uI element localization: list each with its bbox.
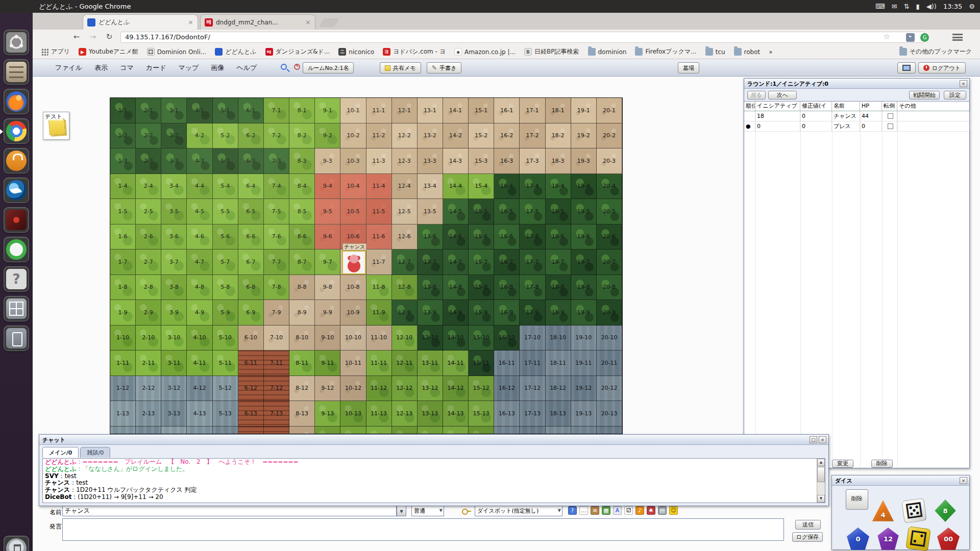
name-dropdown-button[interactable]: ▼ [397, 506, 406, 516]
dicebot-select[interactable]: ダイスボット(指定無し) [475, 506, 562, 516]
map-cell-3-5[interactable]: 3-5 [161, 199, 187, 224]
map-cell-16-3[interactable]: 16-3 [494, 148, 520, 174]
log-save-button[interactable]: ログ保存 [792, 532, 823, 542]
map-cell-17-13[interactable]: 17-13 [520, 401, 545, 427]
map-cell-17-3[interactable]: 17-3 [520, 148, 545, 174]
map-cell-2-7[interactable]: 2-7 [136, 249, 161, 275]
map-cell-9-11[interactable]: 9-11 [315, 350, 340, 376]
map-cell-10-2[interactable]: 10-2 [340, 123, 366, 149]
map-cell-5-3[interactable]: 5-3 [213, 148, 238, 174]
map-cell-10-11[interactable]: 10-11 [340, 350, 366, 376]
map-cell-6-5[interactable]: 6-5 [238, 199, 264, 224]
map-cell-4-7[interactable]: 4-7 [187, 249, 212, 275]
map-cell-3-10[interactable]: 3-10 [161, 325, 187, 351]
map-cell-9-1[interactable]: 9-1 [315, 98, 340, 123]
map-cell-14-12[interactable]: 14-12 [443, 376, 469, 402]
map-cell-13-6[interactable]: 13-6 [418, 224, 443, 250]
close-icon[interactable]: × [960, 80, 967, 87]
die-d8[interactable]: 8 [934, 499, 957, 522]
keyboard-icon[interactable]: ⌨ [875, 3, 885, 10]
map-cell-19-3[interactable]: 19-3 [571, 148, 597, 174]
map-cell-2-13[interactable]: 2-13 [136, 401, 161, 427]
map-cell-19-4[interactable]: 19-4 [571, 174, 597, 199]
map-cell-12-13[interactable]: 12-13 [392, 401, 418, 427]
map-cell-7-9[interactable]: 7-9 [264, 300, 289, 325]
map-cell-8-13[interactable]: 8-13 [289, 401, 315, 427]
dice-titlebar[interactable]: ダイス × [832, 475, 969, 486]
map-cell-8-7[interactable]: 8-7 [289, 249, 315, 275]
balloon-icon[interactable]: … [579, 506, 588, 515]
zoom-in-icon[interactable] [281, 64, 287, 70]
launcher-item-files[interactable] [4, 59, 29, 85]
map-cell-16-6[interactable]: 16-6 [494, 224, 520, 250]
map-cell-13-14[interactable]: 13-14 [418, 427, 443, 435]
map-cell-19-8[interactable]: 19-8 [571, 275, 597, 300]
map-cell-9-9[interactable]: 9-9 [315, 300, 340, 325]
die-d6-yellow[interactable]: ⚁ [905, 526, 931, 551]
new-tab-button[interactable] [319, 18, 339, 27]
map-cell-5-6[interactable]: 5-6 [213, 224, 238, 250]
map-cell-19-5[interactable]: 19-5 [571, 199, 597, 224]
map-cell-10-13[interactable]: 10-13 [340, 401, 366, 427]
map-cell-7-10[interactable]: 7-10 [264, 325, 289, 351]
map-cell-4-1[interactable]: 4-1 [187, 98, 212, 123]
map-cell-13-8[interactable]: 13-8 [418, 275, 443, 300]
launcher-item-thunderbird[interactable] [4, 178, 29, 203]
map-cell-7-11[interactable]: 7-11 [264, 350, 289, 376]
initiative-back-button[interactable]: 戻る [747, 91, 766, 99]
die-d6-white[interactable]: ⚄ [901, 498, 927, 523]
map-cell-8-8[interactable]: 8-8 [289, 275, 315, 300]
map-cell-15-1[interactable]: 15-1 [469, 98, 494, 123]
map-cell-2-10[interactable]: 2-10 [136, 325, 161, 351]
map-cell-16-11[interactable]: 16-11 [494, 350, 520, 376]
map-cell-15-7[interactable]: 15-7 [469, 249, 494, 275]
map-cell-8-9[interactable]: 8-9 [289, 300, 315, 325]
battery-icon[interactable]: ▮ [916, 3, 920, 10]
smiley-icon[interactable]: ☺ [669, 506, 678, 515]
map-cell-2-14[interactable]: 2-14 [136, 427, 161, 435]
map-cell-1-5[interactable]: 1-5 [110, 199, 136, 224]
map-cell-16-1[interactable]: 16-1 [494, 98, 520, 123]
map-cell-11-4[interactable]: 11-4 [366, 174, 392, 199]
bookmark-3[interactable]: ⚃Dominion Onli... [147, 48, 206, 56]
launcher-item-peripherals[interactable] [4, 325, 29, 351]
map-cell-16-5[interactable]: 16-5 [494, 199, 520, 224]
map-cell-12-8[interactable]: 12-8 [392, 275, 418, 300]
map-cell-5-7[interactable]: 5-7 [213, 249, 238, 275]
map-cell-7-6[interactable]: 7-6 [264, 224, 289, 250]
map-cell-1-9[interactable]: 1-9 [110, 300, 136, 325]
map-cell-12-10[interactable]: 12-10 [392, 325, 418, 351]
map-cell-7-2[interactable]: 7-2 [264, 123, 289, 149]
map-cell-4-3[interactable]: 4-3 [187, 148, 212, 174]
map-cell-9-14[interactable]: 9-14 [315, 427, 340, 435]
map-cell-5-8[interactable]: 5-8 [213, 275, 238, 300]
scroll-thumb[interactable] [817, 467, 825, 482]
map-cell-16-10[interactable]: 16-10 [494, 325, 520, 351]
map-cell-8-5[interactable]: 8-5 [289, 199, 315, 224]
map-cell-9-3[interactable]: 9-3 [315, 148, 340, 174]
map-cell-17-7[interactable]: 17-7 [520, 249, 545, 275]
session-gear-icon[interactable]: ⚙ [969, 3, 975, 10]
volume-icon[interactable]: ◀)) [926, 3, 937, 10]
map-cell-13-1[interactable]: 13-1 [418, 98, 443, 123]
map-cell-1-7[interactable]: 1-7 [110, 249, 136, 275]
map-cell-2-8[interactable]: 2-8 [136, 275, 161, 300]
map-cell-7-12[interactable]: 7-12 [264, 376, 289, 402]
map-cell-13-10[interactable]: 13-10 [418, 325, 443, 351]
map-cell-12-4[interactable]: 12-4 [392, 174, 418, 199]
map-cell-3-14[interactable]: 3-14 [161, 427, 187, 435]
map-cell-10-14[interactable]: 10-14 [340, 427, 366, 435]
map-cell-9-5[interactable]: 9-5 [315, 199, 340, 224]
reload-button[interactable]: ↻ [103, 31, 115, 43]
map-cell-11-14[interactable]: 11-14 [366, 427, 392, 435]
map-cell-20-8[interactable]: 20-8 [597, 275, 622, 300]
bookmark-1[interactable]: アプリ [41, 47, 70, 56]
map-cell-12-7[interactable]: 12-7 [392, 249, 418, 275]
map-cell-3-11[interactable]: 3-11 [161, 350, 187, 376]
bookmark-8[interactable]: aAmazon.co.jp |... [454, 48, 516, 56]
map-cell-1-6[interactable]: 1-6 [110, 224, 136, 250]
bookmark-9[interactable]: B日経BP記事検索 [524, 47, 579, 56]
send-button[interactable]: 送信 [795, 520, 821, 530]
map-cell-12-9[interactable]: 12-9 [392, 300, 418, 325]
map-cell-10-10[interactable]: 10-10 [340, 325, 366, 351]
